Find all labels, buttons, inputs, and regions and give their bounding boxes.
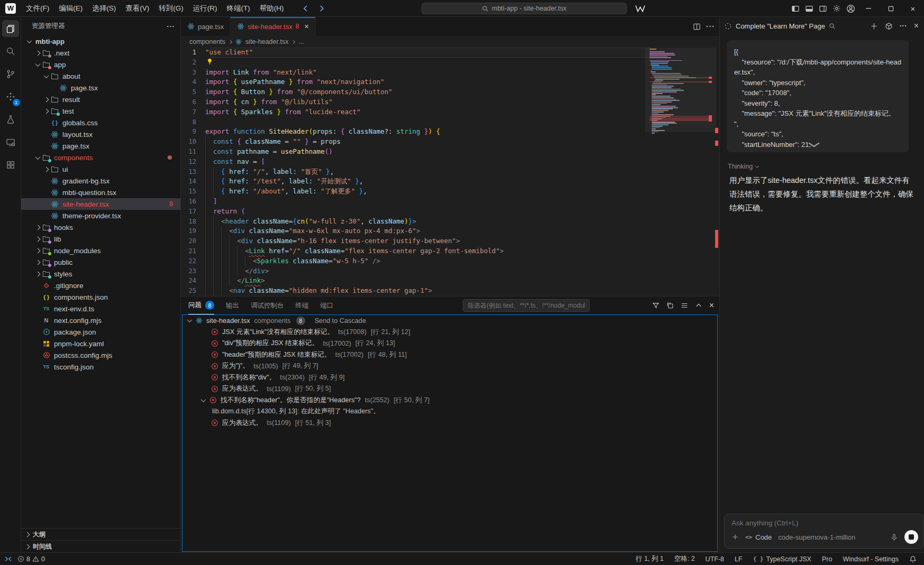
problem-row[interactable]: "div"预期的相应 JSX 结束标记。 ts(17002) [行 24, 列 … xyxy=(182,338,717,349)
outline-section[interactable]: 大纲 xyxy=(21,528,180,540)
cascade-flows-icon[interactable]: 1 xyxy=(2,88,19,105)
view-as-list-icon[interactable] xyxy=(681,302,688,309)
code-line-21[interactable]: 21<Link href="/" className="flex items-c… xyxy=(181,246,719,256)
twisty-icon[interactable] xyxy=(35,61,41,67)
code-line-19[interactable]: 19<div className="max-w-6xl mx-auto px-4… xyxy=(181,226,719,236)
status-item-Windsurf - Settings[interactable]: Windsurf - Settings xyxy=(843,555,899,563)
tree-item-mbti-question.tsx[interactable]: mbti-question.tsx xyxy=(21,187,180,198)
toggle-secondary-sidebar-icon[interactable] xyxy=(816,0,830,17)
code-line-12[interactable]: 12const nav = [ xyxy=(181,157,719,167)
code-line-13[interactable]: 13{ href: "/", label: "首页" }, xyxy=(181,167,719,177)
tree-item-layout.tsx[interactable]: layout.tsx xyxy=(21,128,180,140)
tree-item-pnpm-lock.yaml[interactable]: pnpm-lock.yaml xyxy=(21,338,180,349)
timeline-section[interactable]: 时间线 xyxy=(21,540,180,552)
menu-item[interactable]: 编辑(E) xyxy=(54,2,87,15)
stop-button[interactable] xyxy=(904,530,918,544)
extensions-icon[interactable] xyxy=(2,156,19,173)
twisty-icon[interactable] xyxy=(187,317,193,322)
notifications-bell-icon[interactable] xyxy=(909,555,917,563)
tree-item-site-header.tsx[interactable]: site-header.tsx8 xyxy=(21,198,180,210)
problem-row[interactable]: 找不到名称"div"。 ts(2304) [行 49, 列 9] xyxy=(182,372,717,384)
code-line-9[interactable]: 9export function SiteHeader(props: { cla… xyxy=(181,127,719,137)
microphone-icon[interactable] xyxy=(890,533,898,541)
code-line-3[interactable]: 3import Link from "next/link" xyxy=(181,68,719,78)
tree-item-result[interactable]: result xyxy=(21,94,180,105)
filter-funnel-icon[interactable] xyxy=(652,302,660,309)
lightbulb-icon[interactable] xyxy=(206,58,213,66)
status-item-Pro[interactable]: Pro xyxy=(822,555,832,563)
status-item-LF[interactable]: LF xyxy=(735,555,743,563)
breadcrumb-symbol[interactable]: ... xyxy=(298,38,304,45)
add-context-icon[interactable] xyxy=(731,533,739,541)
tree-item-about[interactable]: about xyxy=(21,70,180,82)
tree-item-page.tsx[interactable]: page.tsx xyxy=(21,82,180,94)
menu-item[interactable]: 转到(G) xyxy=(154,2,188,15)
twisty-icon[interactable] xyxy=(27,38,32,43)
problem-row[interactable]: 找不到名称"header"。你是否指的是"Headers"? ts(2552) … xyxy=(182,395,717,406)
minimize-button[interactable] xyxy=(857,0,880,17)
twisty-icon[interactable] xyxy=(44,166,49,172)
split-editor-icon[interactable] xyxy=(693,23,701,31)
tab-page-tsx[interactable]: page.tsx xyxy=(181,17,231,36)
code-line-10[interactable]: 10const { className = "" } = props xyxy=(181,137,719,147)
testing-icon[interactable] xyxy=(2,111,19,128)
conversation-search-icon[interactable] xyxy=(829,23,836,30)
code-line-15[interactable]: 15{ href: "/about", label: "了解更多" }, xyxy=(181,187,719,197)
problems-filter[interactable] xyxy=(463,299,590,312)
tree-item-next-env.d.ts[interactable]: TSnext-env.d.ts xyxy=(21,303,180,314)
code-line-7[interactable]: 7import { Sparkles } from "lucide-react" xyxy=(181,107,719,117)
twisty-icon[interactable] xyxy=(201,397,206,402)
code-line-16[interactable]: 16] xyxy=(181,197,719,207)
command-center-search[interactable]: mbti-app - site-header.tsx xyxy=(422,3,627,14)
problem-related-info[interactable]: lib.dom.d.ts[行 14300, 列 13]: 在此处声明了 "Hea… xyxy=(182,406,717,418)
twisty-icon[interactable] xyxy=(35,236,41,242)
tree-item-app[interactable]: app xyxy=(21,59,180,70)
code-line-4[interactable]: 4import { usePathname } from "next/navig… xyxy=(181,77,719,87)
status-item-空格: 2[interactable]: 空格: 2 xyxy=(674,554,695,563)
breadcrumb-file[interactable]: site-header.tsx xyxy=(245,38,288,45)
tree-item-public[interactable]: public xyxy=(21,256,180,268)
source-control-icon[interactable] xyxy=(2,66,19,82)
twisty-icon[interactable] xyxy=(35,271,41,276)
tree-item-components[interactable]: components xyxy=(21,152,180,163)
breadcrumb-folder[interactable]: components xyxy=(189,38,225,45)
panel-tab-终端[interactable]: 终端 xyxy=(296,297,309,314)
panel-tab-端口[interactable]: 端口 xyxy=(321,297,334,314)
code-line-22[interactable]: 22<Sparkles className="w-5 h-5" /> xyxy=(181,256,719,266)
twisty-icon[interactable] xyxy=(35,50,41,55)
search-sidebar-icon[interactable] xyxy=(2,43,19,60)
toggle-sidebar-icon[interactable] xyxy=(789,0,802,17)
tree-item-.gitignore[interactable]: .gitignore xyxy=(21,280,180,291)
tree-item-styles[interactable]: styles xyxy=(21,268,180,280)
code-line-1[interactable]: 1"use client" xyxy=(181,48,719,58)
problem-row[interactable]: 应为表达式。 ts(1109) [行 51, 列 3] xyxy=(182,418,717,429)
tree-item-package.json[interactable]: package.json xyxy=(21,326,180,338)
menu-item[interactable]: 选择(S) xyxy=(87,2,121,15)
open-in-editor-icon[interactable] xyxy=(666,302,674,309)
settings-gear-icon[interactable] xyxy=(830,0,844,17)
code-line-6[interactable]: 6import { cn } from "@/lib/utils" xyxy=(181,97,719,107)
close-window-button[interactable]: × xyxy=(902,0,924,17)
code-editor[interactable]: 1"use client"23import Link from "next/li… xyxy=(181,48,719,296)
menu-item[interactable]: 文件(F) xyxy=(21,2,54,15)
back-arrow-icon[interactable] xyxy=(301,4,310,13)
remote-explorer-icon[interactable] xyxy=(2,134,19,151)
model-selector[interactable]: code-supernova-1-million xyxy=(778,533,855,541)
panel-tab-问题[interactable]: 问题8 xyxy=(188,297,214,314)
code-line-25[interactable]: 25<nav className="hidden md:flex items-c… xyxy=(181,286,719,296)
maximize-button[interactable] xyxy=(880,0,902,17)
menu-item[interactable]: 运行(R) xyxy=(188,2,222,15)
cascade-more-icon[interactable]: ··· xyxy=(900,22,907,30)
twisty-icon[interactable] xyxy=(35,225,41,230)
code-line-8[interactable]: 8 xyxy=(181,117,719,127)
menu-item[interactable]: 终端(T) xyxy=(222,2,255,15)
twisty-icon[interactable] xyxy=(44,73,49,78)
code-line-23[interactable]: 23</div> xyxy=(181,266,719,276)
code-line-5[interactable]: 5import { Button } from "@/components/ui… xyxy=(181,87,719,97)
tree-item-components.json[interactable]: { }components.json xyxy=(21,291,180,303)
forward-arrow-icon[interactable] xyxy=(317,4,326,13)
tree-item-postcss.config.mjs[interactable]: postcss.config.mjs xyxy=(21,349,180,361)
collapse-panel-icon[interactable] xyxy=(695,302,702,309)
toggle-panel-icon[interactable] xyxy=(802,0,816,17)
mode-selector[interactable]: <>Code xyxy=(745,533,772,541)
